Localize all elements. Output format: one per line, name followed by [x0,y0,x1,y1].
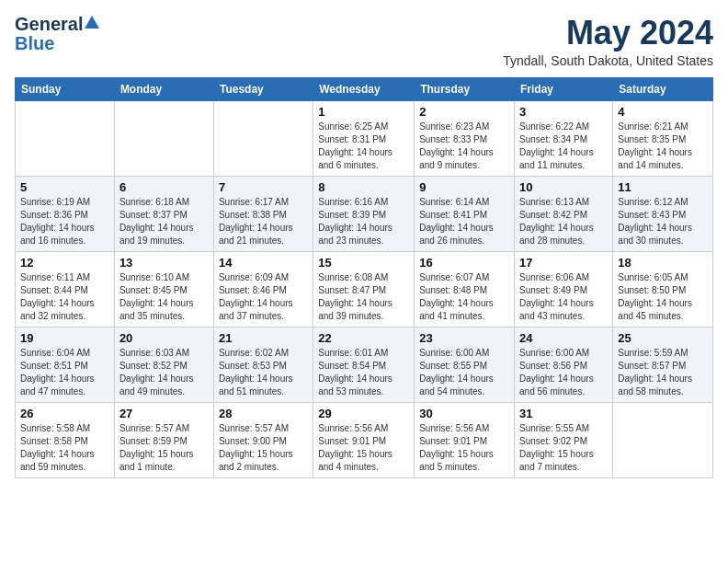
calendar-day-cell: 15Sunrise: 6:08 AMSunset: 8:47 PMDayligh… [313,251,415,327]
day-number: 23 [419,331,509,345]
page-header: General Blue May 2024 Tyndall, South Dak… [15,15,713,68]
calendar-day-cell: 26Sunrise: 5:58 AMSunset: 8:58 PMDayligh… [16,402,115,477]
logo: General Blue [15,15,99,54]
day-number: 9 [419,180,509,194]
day-number: 7 [219,180,308,194]
day-number: 28 [219,407,308,420]
day-info: Sunrise: 6:25 AMSunset: 8:31 PMDaylight:… [318,121,409,172]
calendar-day-cell [16,100,115,176]
logo-triangle-icon [85,16,99,29]
weekday-header-cell: Friday [515,77,613,100]
location-text: Tyndall, South Dakota, United States [503,53,713,68]
day-info: Sunrise: 6:21 AMSunset: 8:35 PMDaylight:… [618,121,708,172]
weekday-header-cell: Sunday [16,77,115,100]
day-number: 12 [20,256,109,270]
day-info: Sunrise: 6:12 AMSunset: 8:43 PMDaylight:… [618,196,708,247]
weekday-header-cell: Monday [114,77,213,100]
calendar-day-cell: 13Sunrise: 6:10 AMSunset: 8:45 PMDayligh… [114,251,213,327]
calendar-day-cell: 17Sunrise: 6:06 AMSunset: 8:49 PMDayligh… [515,251,613,327]
day-info: Sunrise: 5:57 AMSunset: 9:00 PMDaylight:… [219,422,308,474]
calendar-day-cell: 31Sunrise: 5:55 AMSunset: 9:02 PMDayligh… [515,402,613,477]
calendar-day-cell: 10Sunrise: 6:13 AMSunset: 8:42 PMDayligh… [515,176,613,251]
day-number: 19 [20,331,109,345]
calendar-day-cell: 5Sunrise: 6:19 AMSunset: 8:36 PMDaylight… [16,176,115,251]
day-number: 2 [419,105,509,119]
calendar-day-cell: 21Sunrise: 6:02 AMSunset: 8:53 PMDayligh… [213,327,313,402]
calendar-day-cell: 6Sunrise: 6:18 AMSunset: 8:37 PMDaylight… [114,176,213,251]
weekday-header-cell: Thursday [415,77,515,100]
calendar-body: 1Sunrise: 6:25 AMSunset: 8:31 PMDaylight… [16,100,713,477]
day-number: 31 [519,407,608,420]
day-info: Sunrise: 6:06 AMSunset: 8:49 PMDaylight:… [519,271,608,323]
calendar-day-cell: 28Sunrise: 5:57 AMSunset: 9:00 PMDayligh… [213,402,313,477]
logo-blue-text: Blue [15,33,54,54]
day-number: 30 [419,407,509,420]
calendar-week-row: 1Sunrise: 6:25 AMSunset: 8:31 PMDaylight… [16,100,713,176]
day-info: Sunrise: 5:58 AMSunset: 8:58 PMDaylight:… [20,422,109,474]
day-number: 26 [20,407,109,420]
calendar-week-row: 5Sunrise: 6:19 AMSunset: 8:36 PMDaylight… [16,176,713,251]
calendar-day-cell: 30Sunrise: 5:56 AMSunset: 9:01 PMDayligh… [415,402,515,477]
calendar-day-cell [213,100,313,176]
day-info: Sunrise: 6:13 AMSunset: 8:42 PMDaylight:… [519,196,608,247]
month-title: May 2024 [503,15,713,52]
day-info: Sunrise: 6:11 AMSunset: 8:44 PMDaylight:… [20,271,109,323]
calendar-day-cell: 23Sunrise: 6:00 AMSunset: 8:55 PMDayligh… [415,327,515,402]
day-info: Sunrise: 6:22 AMSunset: 8:34 PMDaylight:… [519,121,608,172]
day-number: 18 [618,256,708,270]
calendar-day-cell: 24Sunrise: 6:00 AMSunset: 8:56 PMDayligh… [515,327,613,402]
calendar-day-cell: 4Sunrise: 6:21 AMSunset: 8:35 PMDaylight… [613,100,713,176]
day-number: 1 [318,105,409,119]
day-number: 11 [618,180,708,194]
calendar-day-cell [114,100,213,176]
day-number: 6 [119,180,209,194]
day-info: Sunrise: 6:10 AMSunset: 8:45 PMDaylight:… [119,271,209,323]
day-info: Sunrise: 6:16 AMSunset: 8:39 PMDaylight:… [318,196,409,247]
logo-general-text: General [15,15,83,33]
calendar-day-cell: 25Sunrise: 5:59 AMSunset: 8:57 PMDayligh… [613,327,713,402]
calendar-day-cell: 7Sunrise: 6:17 AMSunset: 8:38 PMDaylight… [213,176,313,251]
calendar-day-cell: 1Sunrise: 6:25 AMSunset: 8:31 PMDaylight… [313,100,415,176]
day-info: Sunrise: 6:02 AMSunset: 8:53 PMDaylight:… [219,347,308,398]
calendar-day-cell: 9Sunrise: 6:14 AMSunset: 8:41 PMDaylight… [415,176,515,251]
calendar-week-row: 12Sunrise: 6:11 AMSunset: 8:44 PMDayligh… [16,251,713,327]
calendar-day-cell: 20Sunrise: 6:03 AMSunset: 8:52 PMDayligh… [114,327,213,402]
day-info: Sunrise: 5:59 AMSunset: 8:57 PMDaylight:… [618,347,708,398]
title-block: May 2024 Tyndall, South Dakota, United S… [503,15,713,68]
calendar-day-cell: 8Sunrise: 6:16 AMSunset: 8:39 PMDaylight… [313,176,415,251]
day-number: 27 [119,407,209,420]
day-info: Sunrise: 6:05 AMSunset: 8:50 PMDaylight:… [618,271,708,323]
day-number: 5 [20,180,109,194]
weekday-header-cell: Wednesday [313,77,415,100]
weekday-header-row: SundayMondayTuesdayWednesdayThursdayFrid… [16,77,713,100]
calendar-day-cell: 27Sunrise: 5:57 AMSunset: 8:59 PMDayligh… [114,402,213,477]
calendar-week-row: 26Sunrise: 5:58 AMSunset: 8:58 PMDayligh… [16,402,713,477]
day-number: 17 [519,256,608,270]
day-info: Sunrise: 5:56 AMSunset: 9:01 PMDaylight:… [419,422,509,474]
day-number: 16 [419,256,509,270]
day-info: Sunrise: 6:14 AMSunset: 8:41 PMDaylight:… [419,196,509,247]
day-number: 20 [119,331,209,345]
day-info: Sunrise: 5:55 AMSunset: 9:02 PMDaylight:… [519,422,608,474]
calendar-day-cell: 14Sunrise: 6:09 AMSunset: 8:46 PMDayligh… [213,251,313,327]
day-info: Sunrise: 6:09 AMSunset: 8:46 PMDaylight:… [219,271,308,323]
day-info: Sunrise: 6:23 AMSunset: 8:33 PMDaylight:… [419,121,509,172]
day-info: Sunrise: 6:18 AMSunset: 8:37 PMDaylight:… [119,196,209,247]
day-number: 8 [318,180,409,194]
calendar-day-cell: 11Sunrise: 6:12 AMSunset: 8:43 PMDayligh… [613,176,713,251]
day-number: 13 [119,256,209,270]
weekday-header-cell: Saturday [613,77,713,100]
day-number: 14 [219,256,308,270]
day-info: Sunrise: 6:19 AMSunset: 8:36 PMDaylight:… [20,196,109,247]
weekday-header-cell: Tuesday [213,77,313,100]
day-info: Sunrise: 6:08 AMSunset: 8:47 PMDaylight:… [318,271,409,323]
day-number: 24 [519,331,608,345]
calendar-day-cell: 16Sunrise: 6:07 AMSunset: 8:48 PMDayligh… [415,251,515,327]
day-number: 10 [519,180,608,194]
calendar-day-cell: 29Sunrise: 5:56 AMSunset: 9:01 PMDayligh… [313,402,415,477]
calendar-day-cell [613,402,713,477]
day-number: 4 [618,105,708,119]
day-number: 29 [318,407,409,420]
day-number: 21 [219,331,308,345]
day-number: 25 [618,331,708,345]
